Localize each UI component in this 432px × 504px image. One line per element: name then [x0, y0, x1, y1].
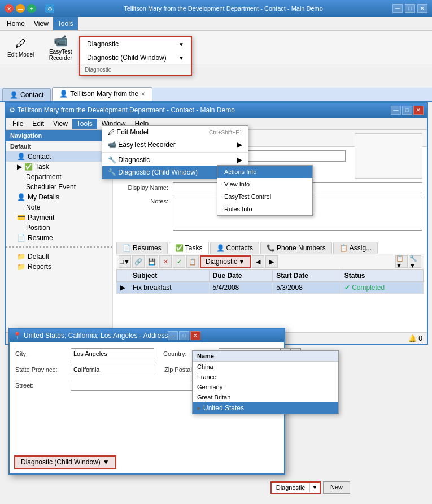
grid-save-btn[interactable]: 💾	[146, 255, 158, 268]
nav-item-note[interactable]: Note	[6, 202, 112, 212]
inner-min-btn[interactable]: —	[391, 106, 401, 115]
nav-item-payment[interactable]: 💳 Payment	[6, 212, 112, 223]
col-expand	[117, 270, 129, 282]
country-germany[interactable]: Germany	[193, 382, 338, 392]
country-great-britain[interactable]: Great Britan	[193, 392, 338, 402]
data-table: Subject Due Date Start Date Status ▶ Fix…	[116, 270, 424, 294]
menu-tools[interactable]: Tools	[53, 17, 78, 30]
title-controls: — □ ✕	[392, 4, 427, 13]
reports-folder-icon: 📁	[17, 263, 25, 271]
country-dropdown-list: Name China France Germany Great Britan ▶…	[192, 350, 339, 414]
easytest-recorder-btn[interactable]: 📹 EasyTestRecorder	[43, 33, 77, 62]
tools-diagnostic[interactable]: 🔧 Diagnostic ▶	[102, 154, 248, 166]
table-row[interactable]: ▶ Fix breakfast 5/4/2008 5/3/2008 ✔ Comp…	[117, 282, 424, 294]
nav-item-task[interactable]: ▶ ✅ Task	[6, 162, 112, 172]
tab-contact[interactable]: 👤 Contact	[2, 88, 51, 101]
close-btn[interactable]: ✕	[417, 4, 427, 13]
tools-edit-model[interactable]: 🖊 Edit Model Ctrl+Shift+F1	[102, 126, 248, 138]
content-tab-strip: 📄 Resumes ✅ Tasks 👤 Contacts 📞 Phone Num…	[116, 242, 424, 254]
inner-restore-btn[interactable]: □	[402, 106, 412, 115]
view-info-item[interactable]: View Info	[217, 178, 312, 190]
minimize-icon[interactable]: —	[16, 4, 25, 13]
nav-header: Navigation	[6, 130, 112, 141]
window-icons: ✕ — +	[5, 4, 36, 13]
nav-item-contact[interactable]: 👤 Contact	[6, 151, 112, 162]
min-btn[interactable]: —	[392, 4, 403, 13]
diagnostic-child-item[interactable]: Diagnostic (Child Window) ▼	[80, 51, 191, 64]
grid-link-btn[interactable]: 🔗	[132, 255, 145, 268]
tab-tellitson[interactable]: 👤 Tellitson Mary from the ✕	[52, 87, 152, 101]
tools-easytest[interactable]: 📹 EasyTest Recorder ▶	[102, 138, 248, 151]
modal-diagnostic-dropdown[interactable]: ▼	[309, 483, 320, 492]
grid-diagnostic-btn[interactable]: Diagnostic ▼	[200, 255, 251, 268]
country-united-states[interactable]: ▶ United States	[193, 402, 338, 414]
modal-title-text: United States; California; Los Angeles -…	[24, 332, 168, 340]
modal-controls: — □ ✕	[168, 331, 200, 340]
nav-reports-folder[interactable]: 📁 Reports	[6, 262, 112, 272]
col-start-date[interactable]: Start Date	[273, 270, 341, 282]
tab-tellitson-close[interactable]: ✕	[141, 91, 145, 97]
grid-copy-btn[interactable]: 📋	[186, 255, 199, 268]
tab-contacts[interactable]: 👤 Contacts	[210, 242, 259, 254]
nav-task-icon: ✅	[24, 163, 33, 171]
nav-item-department[interactable]: Department	[6, 172, 112, 182]
grid-new-btn[interactable]: □▼	[119, 255, 131, 268]
tab-resumes[interactable]: 📄 Resumes	[116, 242, 168, 254]
col-subject[interactable]: Subject	[129, 270, 210, 282]
nav-default-folder[interactable]: 📁 Default	[6, 251, 112, 262]
modal-diagnostic-child-btn[interactable]: Diagnostic (Child Window) ▼	[14, 455, 116, 469]
nav-expand-icon: ▶	[17, 163, 22, 171]
modal-min-btn[interactable]: —	[168, 331, 178, 340]
inner-menu-edit[interactable]: Edit	[28, 119, 49, 129]
grid-layout-btn[interactable]: 📋▼	[395, 255, 408, 268]
nav-resume-icon: 📄	[17, 234, 25, 242]
inner-close-btn[interactable]: ✕	[413, 106, 424, 115]
country-france[interactable]: France	[193, 372, 338, 382]
close-icon[interactable]: ✕	[5, 4, 14, 13]
inner-menu-tools[interactable]: Tools	[72, 119, 97, 129]
nav-item-my-details[interactable]: 👤 My Details	[6, 192, 112, 202]
country-china[interactable]: China	[193, 362, 338, 372]
state-input[interactable]	[71, 364, 155, 375]
actions-info-item[interactable]: Actions Info	[217, 166, 312, 178]
city-input[interactable]	[71, 348, 154, 359]
country-list-scroll[interactable]: China France Germany Great Britan ▶ Unit…	[193, 362, 338, 414]
inner-menu-file[interactable]: File	[8, 119, 28, 129]
row-expand-btn[interactable]: ▶	[117, 282, 129, 294]
edit-model-shortcut: Ctrl+Shift+F1	[209, 129, 242, 136]
grid-prev-btn[interactable]: ◀	[252, 255, 264, 268]
modal-restore-btn[interactable]: □	[179, 331, 189, 340]
grid-next-btn[interactable]: ▶	[265, 255, 278, 268]
modal-new-btn[interactable]: New	[323, 481, 350, 494]
nav-item-resume[interactable]: 📄 Resume	[6, 233, 112, 243]
diagnostic-arrow: ▶	[237, 156, 242, 164]
diagnostic-item[interactable]: Diagnostic ▼	[80, 37, 191, 51]
maximize-icon[interactable]: +	[27, 4, 36, 13]
edit-model-label: Edit Model	[7, 51, 34, 58]
easytest-control-item[interactable]: EasyTest Control	[217, 190, 312, 203]
menu-view[interactable]: View	[29, 17, 53, 30]
col-due-date[interactable]: Due Date	[209, 270, 273, 282]
inner-window-icon: ⚙	[9, 106, 15, 114]
row-subject: Fix breakfast	[129, 282, 210, 294]
tab-phone-numbers[interactable]: 📞 Phone Numbers	[260, 242, 332, 254]
tab-assign[interactable]: 📋 Assig...	[333, 242, 378, 254]
modal-close-btn[interactable]: ✕	[190, 331, 200, 340]
col-status[interactable]: Status	[341, 270, 423, 282]
edit-model-btn[interactable]: 🖊 Edit Model	[2, 33, 39, 62]
modal-icon: 📍	[13, 332, 21, 340]
nav-item-scheduler[interactable]: Scheduler Event	[6, 182, 112, 192]
menu-home[interactable]: Home	[2, 17, 29, 30]
grid-settings-btn[interactable]: 🔧▼	[409, 255, 421, 268]
rules-info-item[interactable]: Rules Info	[217, 203, 312, 215]
nav-separator	[6, 246, 112, 248]
tab-tasks[interactable]: ✅ Tasks	[169, 242, 209, 254]
modal-diagnostic-btn[interactable]: Diagnostic ▼	[270, 481, 321, 494]
inner-menu-view[interactable]: View	[49, 119, 72, 129]
restore-btn[interactable]: □	[405, 4, 415, 13]
nav-item-position[interactable]: Position	[6, 223, 112, 233]
display-name-label: Display Name:	[117, 184, 168, 191]
grid-delete-btn[interactable]: ✕	[159, 255, 172, 268]
grid-check-btn[interactable]: ✓	[173, 255, 185, 268]
easytest-icon: 📹	[54, 34, 68, 47]
